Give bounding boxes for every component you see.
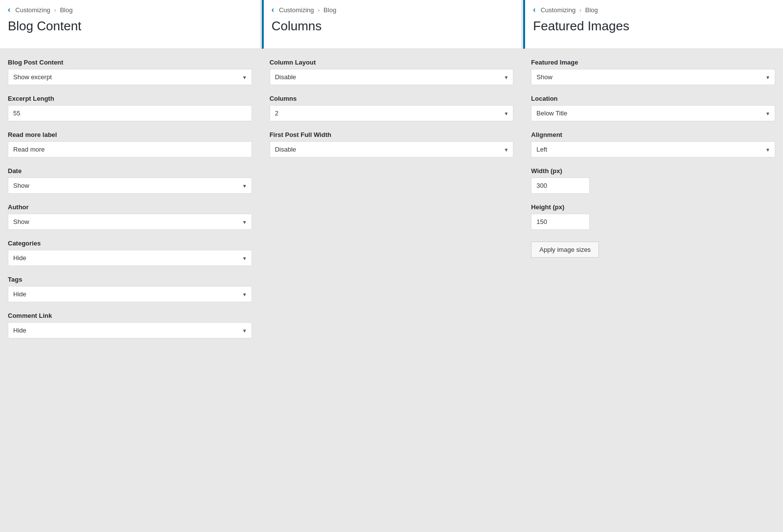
field-group-blog-post-content: Blog Post ContentShow excerptShow full c… <box>8 59 252 85</box>
field-group-apply-image-sizes: Apply image sizes <box>531 240 775 258</box>
field-group-alignment: AlignmentLeftCenterRight▼ <box>531 131 775 157</box>
select-first-post-full-width[interactable]: DisableEnable <box>270 141 514 157</box>
select-wrapper-categories: ShowHide▼ <box>8 250 252 266</box>
label-height-px: Height (px) <box>531 203 775 211</box>
field-group-comment-link: Comment LinkShowHide▼ <box>8 312 252 338</box>
panel-title: Blog Content <box>8 19 252 34</box>
back-button[interactable]: ‹ <box>533 6 535 14</box>
select-wrapper-comment-link: ShowHide▼ <box>8 322 252 338</box>
breadcrumb-path: Customizing › Blog <box>279 6 336 14</box>
select-comment-link[interactable]: ShowHide <box>8 322 252 338</box>
select-date[interactable]: ShowHide <box>8 177 252 194</box>
select-wrapper-location: Below TitleAbove TitleLeftRight▼ <box>531 105 775 121</box>
input-height-px[interactable] <box>531 214 590 230</box>
select-wrapper-featured-image: ShowHide▼ <box>531 69 775 85</box>
field-group-read-more-label: Read more label <box>8 131 252 157</box>
panel-title: Columns <box>272 19 514 34</box>
label-first-post-full-width: First Post Full Width <box>270 131 514 138</box>
select-wrapper-blog-post-content: Show excerptShow full content▼ <box>8 69 252 85</box>
label-featured-image: Featured Image <box>531 59 775 66</box>
breadcrumb-path: Customizing › Blog <box>15 6 72 14</box>
field-group-width-px: Width (px) <box>531 167 775 194</box>
select-tags[interactable]: ShowHide <box>8 286 252 302</box>
label-tags: Tags <box>8 276 252 283</box>
select-wrapper-columns: 1234▼ <box>270 105 514 121</box>
label-alignment: Alignment <box>531 131 775 138</box>
input-width-px[interactable] <box>531 177 590 194</box>
field-group-excerpt-length: Excerpt Length <box>8 95 252 121</box>
field-group-column-layout: Column LayoutDisableEnable▼ <box>270 59 514 85</box>
label-read-more-label: Read more label <box>8 131 252 138</box>
label-columns: Columns <box>270 95 514 102</box>
label-excerpt-length: Excerpt Length <box>8 95 252 102</box>
panels-container: ‹Customizing › BlogBlog ContentBlog Post… <box>0 0 783 532</box>
select-wrapper-tags: ShowHide▼ <box>8 286 252 302</box>
breadcrumb-path: Customizing › Blog <box>541 6 598 14</box>
button-apply-image-sizes[interactable]: Apply image sizes <box>531 242 599 258</box>
field-group-date: DateShowHide▼ <box>8 167 252 194</box>
select-featured-image[interactable]: ShowHide <box>531 69 775 85</box>
select-wrapper-date: ShowHide▼ <box>8 177 252 194</box>
field-group-featured-image: Featured ImageShowHide▼ <box>531 59 775 85</box>
input-excerpt-length[interactable] <box>8 105 252 121</box>
panel-title: Featured Images <box>533 19 775 34</box>
label-author: Author <box>8 203 252 211</box>
select-column-layout[interactable]: DisableEnable <box>270 69 514 85</box>
panel-blog-content: ‹Customizing › BlogBlog ContentBlog Post… <box>0 0 262 532</box>
panel-header-featured-images: ‹Customizing › BlogFeatured Images <box>523 0 783 49</box>
panel-content-featured-images: Featured ImageShowHide▼LocationBelow Tit… <box>523 49 783 532</box>
field-group-author: AuthorShowHide▼ <box>8 203 252 230</box>
label-categories: Categories <box>8 240 252 247</box>
select-wrapper-column-layout: DisableEnable▼ <box>270 69 514 85</box>
select-wrapper-alignment: LeftCenterRight▼ <box>531 141 775 157</box>
panel-header-blog-content: ‹Customizing › BlogBlog Content <box>0 0 260 49</box>
field-group-location: LocationBelow TitleAbove TitleLeftRight▼ <box>531 95 775 121</box>
field-group-categories: CategoriesShowHide▼ <box>8 240 252 266</box>
label-location: Location <box>531 95 775 102</box>
breadcrumb: ‹Customizing › Blog <box>533 6 775 14</box>
field-group-tags: TagsShowHide▼ <box>8 276 252 302</box>
label-date: Date <box>8 167 252 175</box>
panel-featured-images: ‹Customizing › BlogFeatured ImagesFeatur… <box>523 0 783 532</box>
label-column-layout: Column Layout <box>270 59 514 66</box>
panel-columns: ‹Customizing › BlogColumnsColumn LayoutD… <box>262 0 524 532</box>
panel-header-columns: ‹Customizing › BlogColumns <box>262 0 522 49</box>
panel-content-columns: Column LayoutDisableEnable▼Columns1234▼F… <box>262 49 522 532</box>
field-group-columns: Columns1234▼ <box>270 95 514 121</box>
select-wrapper-author: ShowHide▼ <box>8 214 252 230</box>
breadcrumb: ‹Customizing › Blog <box>272 6 514 14</box>
select-location[interactable]: Below TitleAbove TitleLeftRight <box>531 105 775 121</box>
select-blog-post-content[interactable]: Show excerptShow full content <box>8 69 252 85</box>
select-categories[interactable]: ShowHide <box>8 250 252 266</box>
label-blog-post-content: Blog Post Content <box>8 59 252 66</box>
back-button[interactable]: ‹ <box>8 6 10 14</box>
label-comment-link: Comment Link <box>8 312 252 319</box>
field-group-height-px: Height (px) <box>531 203 775 230</box>
select-author[interactable]: ShowHide <box>8 214 252 230</box>
select-alignment[interactable]: LeftCenterRight <box>531 141 775 157</box>
select-wrapper-first-post-full-width: DisableEnable▼ <box>270 141 514 157</box>
field-group-first-post-full-width: First Post Full WidthDisableEnable▼ <box>270 131 514 157</box>
back-button[interactable]: ‹ <box>272 6 274 14</box>
breadcrumb: ‹Customizing › Blog <box>8 6 252 14</box>
select-columns[interactable]: 1234 <box>270 105 514 121</box>
panel-content-blog-content: Blog Post ContentShow excerptShow full c… <box>0 49 260 532</box>
label-width-px: Width (px) <box>531 167 775 175</box>
input-read-more-label[interactable] <box>8 141 252 157</box>
